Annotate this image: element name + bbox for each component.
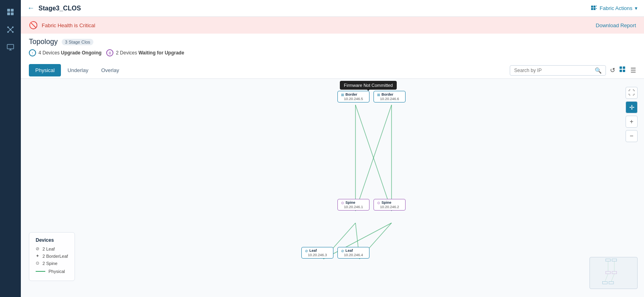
search-row-right: 🔍 ↺ ☰: [510, 65, 636, 76]
sidebar-icon-grid[interactable]: [3, 5, 18, 19]
svg-rect-13: [7, 44, 14, 49]
topology-header: Topology 3 Stage Clos ↑ 4 Devices Upgrad…: [21, 34, 644, 62]
svg-rect-3: [11, 12, 14, 15]
alert-message: Fabric Health is Critical: [42, 22, 95, 28]
legend-physical-line: [36, 271, 45, 272]
legend-title: Devices: [36, 237, 68, 243]
back-arrow[interactable]: ←: [27, 4, 34, 12]
svg-line-11: [8, 30, 10, 32]
svg-line-42: [605, 274, 608, 282]
border-node-2[interactable]: ⊠ Border 10.20.246.6: [373, 91, 406, 102]
firmware-tooltip: Firmware Not Committed: [340, 81, 397, 90]
leaf-node-2[interactable]: ⊘ Leaf 10.20.246.4: [337, 247, 369, 259]
top-header: ← Stage3_CLOS Fabric Actions ▾: [21, 0, 644, 17]
svg-rect-1: [11, 9, 14, 12]
svg-line-12: [10, 30, 13, 32]
svg-rect-2: [7, 12, 10, 15]
svg-rect-34: [606, 259, 611, 261]
sidebar-icon-monitor[interactable]: [3, 40, 18, 54]
svg-rect-21: [596, 8, 597, 9]
svg-rect-22: [620, 66, 622, 69]
svg-rect-36: [606, 271, 611, 274]
legend-leaf-label: 2 Leaf: [42, 247, 55, 251]
upgrade-icon: ↑: [29, 49, 36, 56]
svg-line-9: [8, 27, 10, 30]
zoom-controls: ⛶ ✛ + −: [626, 87, 638, 142]
svg-rect-24: [620, 70, 622, 72]
refresh-icon[interactable]: ↺: [610, 66, 615, 74]
connections-svg: [21, 79, 644, 297]
spine-node-1[interactable]: ⊙ Spine 10.20.246.1: [337, 199, 369, 211]
status-pill-waiting: ⏸ 2 Devices Waiting for Upgrade: [106, 49, 184, 56]
svg-rect-18: [591, 8, 593, 10]
svg-rect-16: [591, 6, 593, 8]
spine-node-2[interactable]: ⊙ Spine 10.20.246.2: [373, 199, 406, 211]
wait-icon: ⏸: [106, 49, 113, 56]
legend-borderleaf-icon: ✦: [36, 253, 39, 259]
leaf-node-1[interactable]: ⊘ Leaf 10.20.246.3: [301, 247, 333, 259]
legend-spine-icon: ⊙: [36, 261, 39, 266]
page-title-area: ← Stage3_CLOS: [27, 4, 81, 12]
svg-rect-35: [612, 259, 617, 261]
center-button[interactable]: ✛: [626, 101, 638, 113]
svg-rect-17: [594, 6, 596, 8]
alert-icon: 🚫: [29, 21, 38, 30]
view-icon[interactable]: [619, 66, 626, 75]
sidebar-icon-fabric[interactable]: [3, 22, 18, 37]
sidebar: [0, 0, 21, 297]
legend-item-leaf: ⊘ 2 Leaf: [36, 246, 68, 251]
fabric-actions-label: Fabric Actions: [600, 5, 632, 11]
legend-item-borderleaf: ✦ 2 BorderLeaf: [36, 253, 68, 259]
wait-count: 2 Devices Waiting for Upgrade: [116, 50, 184, 56]
fabric-actions-button[interactable]: Fabric Actions ▾: [591, 5, 638, 12]
status-pill-upgrade: ↑ 4 Devices Upgrade Ongoing: [29, 49, 101, 56]
svg-line-29: [355, 105, 392, 211]
legend-item-physical-line: Physical: [36, 269, 68, 274]
page-title: Stage3_CLOS: [38, 5, 81, 12]
zoom-out-button[interactable]: −: [626, 130, 638, 142]
fullscreen-button[interactable]: ⛶: [626, 87, 638, 99]
search-icon: 🔍: [595, 67, 602, 74]
legend: Devices ⊘ 2 Leaf ✦ 2 BorderLeaf ⊙ 2 Spin…: [29, 232, 75, 281]
download-report-link[interactable]: Download Report: [596, 22, 636, 28]
topology-title: Topology: [29, 38, 58, 46]
alert-left: 🚫 Fabric Health is Critical: [29, 21, 95, 30]
svg-rect-25: [623, 70, 625, 72]
menu-icon[interactable]: ☰: [630, 66, 636, 74]
tab-underlay[interactable]: Underlay: [61, 64, 95, 76]
svg-rect-20: [596, 6, 597, 6]
svg-line-43: [611, 274, 614, 282]
svg-rect-38: [603, 281, 608, 284]
fabric-actions-chevron: ▾: [635, 5, 638, 11]
tab-physical[interactable]: Physical: [29, 64, 61, 76]
zoom-in-button[interactable]: +: [626, 116, 638, 128]
main-content: ← Stage3_CLOS Fabric Actions ▾ 🚫 Fabric …: [21, 0, 644, 297]
legend-spine-label: 2 Spine: [42, 261, 57, 266]
legend-item-spine: ⊙ 2 Spine: [36, 261, 68, 266]
search-box: 🔍: [510, 65, 606, 76]
topology-title-row: Topology 3 Stage Clos: [29, 38, 636, 46]
legend-physical-label: Physical: [48, 269, 65, 274]
minimap-svg: [590, 257, 637, 289]
legend-leaf-icon: ⊘: [36, 246, 39, 251]
svg-rect-23: [623, 66, 625, 69]
alert-banner: 🚫 Fabric Health is Critical Download Rep…: [21, 17, 644, 34]
minimap: [589, 257, 638, 289]
svg-line-10: [10, 27, 13, 30]
status-pills: ↑ 4 Devices Upgrade Ongoing ⏸ 2 Devices …: [29, 49, 636, 56]
topology-badge: 3 Stage Clos: [62, 39, 93, 45]
legend-borderleaf-label: 2 BorderLeaf: [42, 254, 68, 259]
border-node-1[interactable]: ⊠ Border 10.20.246.5: [337, 91, 369, 102]
svg-rect-19: [594, 8, 596, 10]
tab-overlay[interactable]: Overlay: [95, 64, 125, 76]
tabs: Physical Underlay Overlay: [29, 64, 125, 76]
svg-rect-39: [609, 281, 614, 284]
svg-line-28: [355, 105, 392, 211]
search-input[interactable]: [514, 68, 592, 73]
svg-rect-37: [612, 271, 617, 274]
topology-canvas: ⊠ Border 10.20.246.5 ⊠ Border 10.20.246.…: [21, 79, 644, 297]
tabs-search-row: Physical Underlay Overlay 🔍 ↺ ☰: [21, 62, 644, 79]
svg-rect-0: [7, 9, 10, 12]
upgrade-count: 4 Devices Upgrade Ongoing: [38, 50, 101, 56]
